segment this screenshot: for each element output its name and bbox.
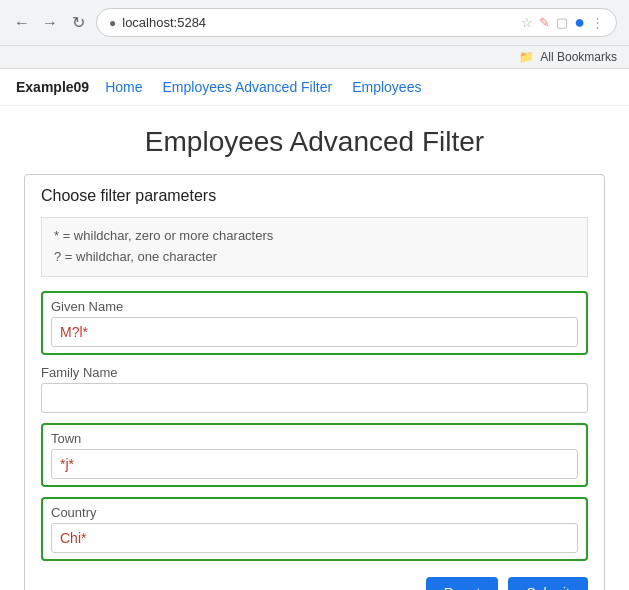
filter-section: Choose filter parameters * = whildchar, … <box>24 174 605 590</box>
reload-button[interactable]: ↻ <box>68 13 88 33</box>
menu-icon: ⋮ <box>591 15 604 30</box>
address-bar[interactable]: ● localhost:5284 ☆ ✎ ▢ ● ⋮ <box>96 8 617 37</box>
app-brand: Example09 <box>16 79 89 95</box>
family-name-field: Family Name <box>41 365 588 413</box>
page-content: Employees Advanced Filter Choose filter … <box>0 106 629 590</box>
hint-wildchar-star: * = whildchar, zero or more characters <box>54 226 575 247</box>
pencil-icon: ✎ <box>539 15 550 30</box>
family-name-input[interactable] <box>41 383 588 413</box>
nav-home[interactable]: Home <box>105 79 142 95</box>
town-label: Town <box>51 431 578 446</box>
lock-icon: ● <box>109 16 116 30</box>
reset-button[interactable]: Reset <box>426 577 499 590</box>
country-input[interactable] <box>51 523 578 553</box>
profile-icon: ● <box>574 12 585 33</box>
address-text: localhost:5284 <box>122 15 515 30</box>
section-title: Choose filter parameters <box>41 187 588 205</box>
form-actions: Reset Submit <box>41 577 588 590</box>
back-button[interactable]: ← <box>12 13 32 33</box>
submit-button[interactable]: Submit <box>508 577 588 590</box>
bookmark-folder-icon: 📁 <box>519 50 534 64</box>
hint-box: * = whildchar, zero or more characters ?… <box>41 217 588 277</box>
given-name-label: Given Name <box>51 299 578 314</box>
family-name-label: Family Name <box>41 365 588 380</box>
hint-wildchar-question: ? = whildchar, one character <box>54 247 575 268</box>
bookmarks-bar: 📁 All Bookmarks <box>0 46 629 69</box>
country-field-wrapper: Country <box>41 497 588 561</box>
page-title: Employees Advanced Filter <box>24 126 605 158</box>
bookmarks-text: All Bookmarks <box>540 50 617 64</box>
given-name-input[interactable] <box>51 317 578 347</box>
country-label: Country <box>51 505 578 520</box>
browser-chrome: ← → ↻ ● localhost:5284 ☆ ✎ ▢ ● ⋮ <box>0 0 629 46</box>
town-field-wrapper: Town <box>41 423 588 487</box>
star-icon: ☆ <box>521 15 533 30</box>
forward-button[interactable]: → <box>40 13 60 33</box>
nav-employees[interactable]: Employees <box>352 79 421 95</box>
given-name-field-wrapper: Given Name <box>41 291 588 355</box>
town-input[interactable] <box>51 449 578 479</box>
nav-advanced-filter[interactable]: Employees Advanced Filter <box>163 79 333 95</box>
extension-icon: ▢ <box>556 15 568 30</box>
app-nav: Example09 Home Employees Advanced Filter… <box>0 69 629 106</box>
